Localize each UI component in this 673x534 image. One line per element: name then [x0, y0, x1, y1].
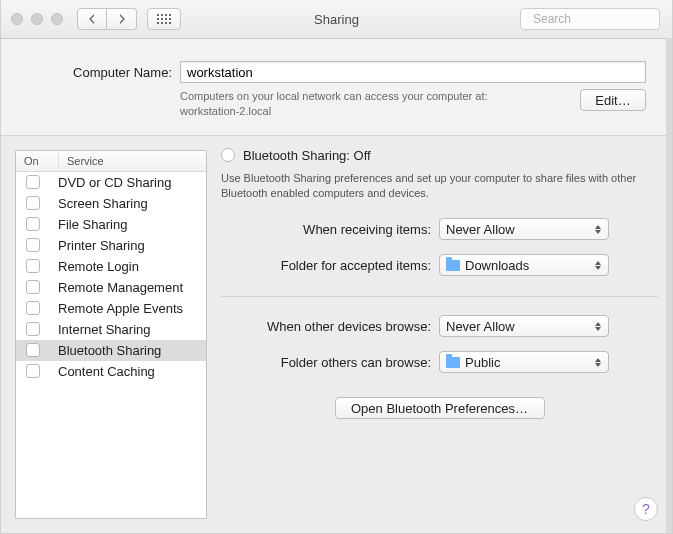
service-row[interactable]: Screen Sharing — [16, 193, 206, 214]
help-button[interactable]: ? — [634, 497, 658, 521]
service-status-indicator — [221, 148, 235, 162]
service-row[interactable]: Printer Sharing — [16, 235, 206, 256]
back-button[interactable] — [77, 8, 107, 30]
service-row-label: Internet Sharing — [50, 322, 206, 337]
forward-button[interactable] — [107, 8, 137, 30]
close-window-button[interactable] — [11, 13, 23, 25]
service-list: On Service DVD or CD SharingScreen Shari… — [15, 150, 207, 519]
service-row-checkbox-cell — [16, 196, 50, 210]
open-bluetooth-prefs-button[interactable]: Open Bluetooth Preferences… — [335, 397, 545, 419]
receiving-items-value: Never Allow — [446, 222, 515, 237]
service-enable-checkbox[interactable] — [26, 217, 40, 231]
service-enable-checkbox[interactable] — [26, 364, 40, 378]
service-enable-checkbox[interactable] — [26, 322, 40, 336]
service-enable-checkbox[interactable] — [26, 175, 40, 189]
service-row[interactable]: Remote Management — [16, 277, 206, 298]
computer-name-section: Computer Name: Computers on your local n… — [1, 39, 672, 135]
service-row-label: Remote Management — [50, 280, 206, 295]
sharing-preferences-window: Sharing Computer Name: Computers on your… — [0, 0, 673, 534]
service-row-checkbox-cell — [16, 322, 50, 336]
service-row-checkbox-cell — [16, 217, 50, 231]
service-enable-checkbox[interactable] — [26, 343, 40, 357]
service-detail: Bluetooth Sharing: Off Use Bluetooth Sha… — [221, 150, 658, 519]
service-list-body: DVD or CD SharingScreen SharingFile Shar… — [16, 172, 206, 518]
service-list-header: On Service — [16, 151, 206, 172]
service-row-checkbox-cell — [16, 280, 50, 294]
service-row-label: Remote Apple Events — [50, 301, 206, 316]
window-controls — [11, 13, 63, 25]
service-row[interactable]: DVD or CD Sharing — [16, 172, 206, 193]
service-enable-checkbox[interactable] — [26, 259, 40, 273]
column-header-service[interactable]: Service — [59, 151, 206, 171]
chevron-left-icon — [88, 14, 96, 24]
service-description: Use Bluetooth Sharing preferences and se… — [221, 171, 658, 201]
search-field[interactable] — [520, 8, 660, 30]
computer-name-help: Computers on your local network can acce… — [180, 89, 568, 119]
updown-icon — [592, 257, 604, 273]
browse-folder-popup[interactable]: Public — [439, 351, 609, 373]
service-row-label: File Sharing — [50, 217, 206, 232]
service-row-checkbox-cell — [16, 259, 50, 273]
service-row-checkbox-cell — [16, 343, 50, 357]
service-row[interactable]: Bluetooth Sharing — [16, 340, 206, 361]
service-enable-checkbox[interactable] — [26, 301, 40, 315]
accepted-folder-value: Downloads — [465, 258, 529, 273]
minimize-window-button[interactable] — [31, 13, 43, 25]
other-browse-popup[interactable]: Never Allow — [439, 315, 609, 337]
updown-icon — [592, 354, 604, 370]
service-enable-checkbox[interactable] — [26, 196, 40, 210]
service-row-checkbox-cell — [16, 301, 50, 315]
computer-name-input[interactable] — [180, 61, 646, 83]
updown-icon — [592, 318, 604, 334]
computer-name-label: Computer Name: — [27, 65, 180, 80]
service-row-checkbox-cell — [16, 175, 50, 189]
services-area: On Service DVD or CD SharingScreen Shari… — [1, 135, 672, 533]
titlebar: Sharing — [1, 0, 672, 39]
receiving-items-popup[interactable]: Never Allow — [439, 218, 609, 240]
nav-back-forward — [77, 8, 137, 30]
service-row-checkbox-cell — [16, 238, 50, 252]
service-enable-checkbox[interactable] — [26, 238, 40, 252]
accepted-folder-popup[interactable]: Downloads — [439, 254, 609, 276]
service-row-checkbox-cell — [16, 364, 50, 378]
service-row-label: DVD or CD Sharing — [50, 175, 206, 190]
folder-icon — [446, 357, 460, 368]
other-browse-value: Never Allow — [446, 319, 515, 334]
service-row-label: Remote Login — [50, 259, 206, 274]
chevron-right-icon — [118, 14, 126, 24]
service-row[interactable]: Internet Sharing — [16, 319, 206, 340]
service-row-label: Content Caching — [50, 364, 206, 379]
accepted-folder-label: Folder for accepted items: — [221, 258, 439, 273]
help-line-1: Computers on your local network can acce… — [180, 90, 488, 102]
receiving-items-label: When receiving items: — [221, 222, 439, 237]
service-enable-checkbox[interactable] — [26, 280, 40, 294]
service-title: Bluetooth Sharing: Off — [243, 148, 371, 163]
browse-folder-label: Folder others can browse: — [221, 355, 439, 370]
updown-icon — [592, 221, 604, 237]
service-row[interactable]: Remote Login — [16, 256, 206, 277]
show-all-button[interactable] — [147, 8, 181, 30]
zoom-window-button[interactable] — [51, 13, 63, 25]
service-row-label: Printer Sharing — [50, 238, 206, 253]
folder-icon — [446, 260, 460, 271]
other-browse-label: When other devices browse: — [221, 319, 439, 334]
service-row-label: Screen Sharing — [50, 196, 206, 211]
service-row[interactable]: File Sharing — [16, 214, 206, 235]
service-row-label: Bluetooth Sharing — [50, 343, 206, 358]
divider — [221, 296, 658, 297]
edit-hostname-button[interactable]: Edit… — [580, 89, 646, 111]
service-row[interactable]: Content Caching — [16, 361, 206, 382]
help-icon: ? — [642, 501, 650, 517]
search-input[interactable] — [531, 11, 673, 27]
browse-folder-value: Public — [465, 355, 500, 370]
help-line-2: workstation-2.local — [180, 105, 271, 117]
column-header-on[interactable]: On — [16, 151, 59, 171]
service-row[interactable]: Remote Apple Events — [16, 298, 206, 319]
grid-icon — [157, 14, 171, 24]
